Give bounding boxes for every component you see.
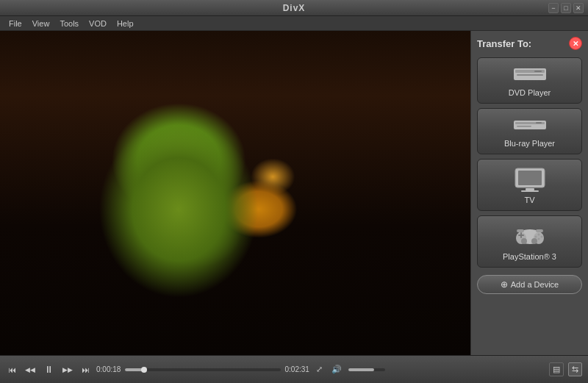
ps3-label: PlayStation® 3 [503,252,556,261]
svg-point-21 [534,236,537,238]
add-device-icon: ⊕ [501,279,508,290]
video-area[interactable] [0,31,470,355]
stretch-button[interactable]: ⤢ [314,363,325,376]
window-controls: − □ ✕ [548,3,584,13]
panel-close-button[interactable]: ✕ [569,37,582,50]
menu-tools[interactable]: Tools [55,18,83,29]
dvd-icon [512,64,548,85]
maximize-button[interactable]: □ [561,3,571,13]
svg-rect-3 [534,71,542,72]
svg-rect-4 [514,121,546,129]
pause-button[interactable] [42,362,56,376]
dvd-player-label: DVD Player [509,88,551,97]
tv-label: TV [524,196,534,204]
close-button[interactable]: ✕ [573,3,584,13]
bluray-icon [512,115,548,135]
next-button[interactable] [79,364,92,376]
svg-rect-11 [521,190,539,192]
ps3-button[interactable]: PlayStation® 3 [477,215,582,268]
volume-bar[interactable] [348,368,385,371]
menu-bar: File View Tools VOD Help [0,16,588,31]
bluray-player-button[interactable]: Blu-ray Player [477,108,582,154]
view-mode-button[interactable]: ▤ [549,362,564,376]
rewind-button[interactable] [23,365,37,375]
menu-vod[interactable]: VOD [85,18,111,29]
volume-icon[interactable] [329,363,344,376]
svg-rect-2 [517,74,543,76]
ps3-icon [514,222,546,248]
title-bar: DivX − □ ✕ [0,0,588,16]
tv-icon [514,165,546,192]
svg-point-19 [537,234,539,236]
fullscreen-button[interactable]: ⇆ [568,362,582,376]
svg-point-16 [531,238,537,244]
video-frame [0,31,470,355]
dvd-player-button[interactable]: DVD Player [477,57,582,104]
main-area: Transfer To: ✕ DVD Player [0,31,588,355]
transfer-panel: Transfer To: ✕ DVD Player [470,31,588,355]
tv-button[interactable]: TV [477,159,582,211]
add-device-button[interactable]: ⊕ Add a Device [477,275,582,294]
menu-help[interactable]: Help [112,18,138,29]
panel-header: Transfer To: ✕ [477,37,582,50]
progress-bar[interactable] [125,368,280,371]
svg-rect-6 [517,126,531,127]
forward-button[interactable] [60,365,75,375]
svg-rect-24 [536,229,543,232]
svg-rect-10 [526,188,534,190]
time-total: 0:02:31 [285,365,309,373]
svg-rect-18 [520,232,522,238]
bluray-player-label: Blu-ray Player [504,139,555,148]
svg-point-15 [521,238,527,244]
svg-rect-9 [518,171,542,185]
time-current: 0:00:18 [96,365,121,373]
prev-button[interactable] [6,364,18,376]
svg-rect-23 [517,229,524,232]
video-content [0,31,470,355]
volume-fill [348,368,374,371]
progress-thumb[interactable] [141,367,147,373]
svg-point-22 [537,238,539,240]
svg-point-20 [540,236,542,238]
menu-file[interactable]: File [4,18,26,29]
panel-title: Transfer To: [477,38,531,49]
menu-view[interactable]: View [28,18,54,29]
svg-rect-7 [536,122,542,124]
controls-bar: 0:00:18 0:02:31 ⤢ ▤ ⇆ [0,355,588,383]
add-device-label: Add a Device [511,280,559,289]
app-title: DivX [283,3,306,13]
minimize-button[interactable]: − [548,3,559,13]
